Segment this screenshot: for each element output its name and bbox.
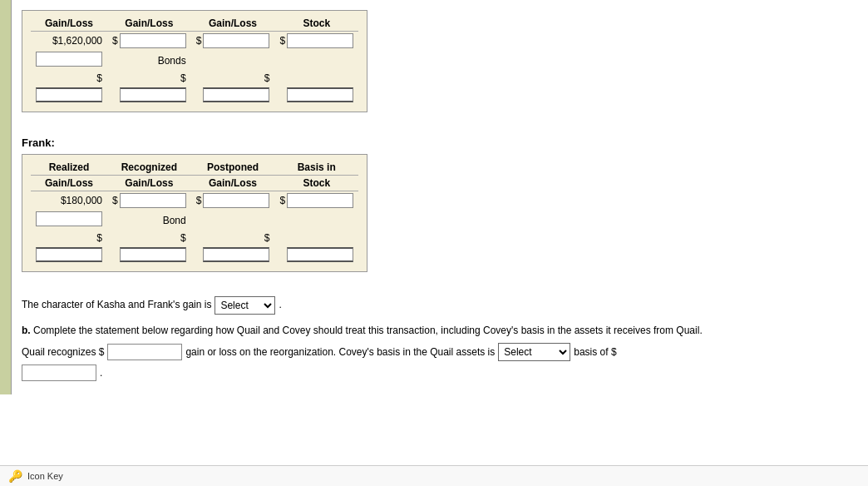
kasha-section: Gain/Loss Gain/Loss Gain/Loss Stock $1,6… [22, 10, 858, 128]
icon-key-label: Icon Key [27, 471, 63, 481]
question-a-section: The character of Kasha and Frank's gain … [22, 296, 858, 315]
frank-total-basis [274, 245, 358, 266]
question-b-intro: b. Complete the statement below regardin… [22, 323, 858, 338]
frank-section: Frank: Realized Recognized Postponed Bas… [22, 136, 858, 288]
kasha-total-basis [274, 86, 358, 107]
frank-row-2: Bond [31, 210, 358, 231]
frank-col-postponed-header: Postponed [191, 160, 275, 176]
kasha-postponed-cell: $ [191, 32, 275, 51]
frank-basis-sub-cell [274, 210, 358, 231]
kasha-basis-cell: $ [274, 32, 358, 51]
kasha-bonds-label-cell: Bonds [107, 50, 191, 71]
frank-col-recognized-sub: Gain/Loss [107, 176, 191, 191]
kasha-recognized-sub-cell [191, 50, 275, 71]
kasha-recognized-input[interactable] [120, 33, 186, 48]
frank-row-1: $180,000 $ $ [31, 191, 358, 211]
kasha-row-1: $1,620,000 $ $ [31, 32, 358, 51]
kasha-dollar-cell: $ [31, 71, 107, 86]
basis-text: basis of $ [574, 346, 616, 358]
question-b-text: Complete the statement below regarding h… [33, 325, 703, 336]
frank-total-recognized-input[interactable] [120, 247, 186, 262]
kasha-row-4 [31, 86, 358, 107]
left-bar [0, 0, 12, 394]
kasha-basis-input[interactable] [287, 33, 353, 48]
frank-col-recognized-header: Recognized [107, 160, 191, 176]
kasha-row-2: Bonds [31, 50, 358, 71]
kasha-total-postponed-input[interactable] [203, 87, 269, 102]
frank-total-postponed [191, 245, 275, 266]
frank-col-basis-header: Basis in [274, 160, 358, 176]
question-b-section: b. Complete the statement below regardin… [22, 323, 858, 381]
frank-total-basis-input[interactable] [287, 247, 353, 262]
frank-dollar-cell: $ [31, 231, 107, 245]
col-recognized-header: Gain/Loss [107, 16, 191, 32]
bottom-bar: 🔑 Icon Key [0, 465, 868, 486]
kasha-table: Gain/Loss Gain/Loss Gain/Loss Stock $1,6… [31, 16, 358, 107]
frank-basis-input[interactable] [287, 193, 353, 208]
frank-postponed-cell: $ [191, 191, 275, 211]
frank-row-3: $ $ $ [31, 231, 358, 245]
frank-recognized-sub-cell [191, 210, 275, 231]
kasha-total-recognized-input[interactable] [120, 87, 186, 102]
kasha-basis-dollar-cell [274, 71, 358, 86]
kasha-bonds-label: Bonds [158, 55, 186, 67]
frank-row-4 [31, 245, 358, 266]
frank-realized-value: $180,000 [31, 191, 107, 211]
frank-realized-sub-cell [31, 210, 107, 231]
frank-recog-dollar-cell: $ [107, 231, 191, 245]
frank-col-realized-header: Realized [31, 160, 107, 176]
kasha-table-container: Gain/Loss Gain/Loss Gain/Loss Stock $1,6… [22, 10, 367, 112]
frank-col-realized-sub: Gain/Loss [31, 176, 107, 191]
question-a-line: The character of Kasha and Frank's gain … [22, 296, 858, 315]
kasha-total-postponed [191, 86, 275, 107]
frank-basis-dollar-cell [274, 231, 358, 245]
frank-label: Frank: [22, 136, 858, 149]
kasha-basis-sub-cell [274, 50, 358, 71]
kasha-recognized-cell: $ [107, 32, 191, 51]
basis-amount-input[interactable] [22, 364, 96, 381]
kasha-total-basis-input[interactable] [287, 87, 353, 102]
kasha-total-realized-input[interactable] [36, 87, 102, 102]
frank-total-realized [31, 245, 107, 266]
frank-bond-label-cell: Bond [107, 210, 191, 231]
quail-amount-input[interactable] [107, 344, 182, 360]
kasha-post-dollar-cell: $ [191, 71, 275, 86]
kasha-row-3: $ $ $ [31, 71, 358, 86]
frank-recognized-cell: $ [107, 191, 191, 211]
question-b-line-1: Quail recognizes $ gain or loss on the r… [22, 343, 858, 361]
frank-postponed-input[interactable] [203, 193, 269, 208]
frank-total-postponed-input[interactable] [203, 247, 269, 262]
frank-recognized-input[interactable] [120, 193, 186, 208]
frank-total-realized-input[interactable] [36, 247, 102, 262]
gain-loss-text: gain or loss on the reorganization. Cove… [185, 346, 495, 358]
frank-table: Realized Recognized Postponed Basis in G… [31, 160, 358, 266]
kasha-total-recognized [107, 86, 191, 107]
frank-col-basis-sub: Stock [274, 176, 358, 191]
key-icon: 🔑 [8, 469, 22, 483]
frank-basis-cell: $ [274, 191, 358, 211]
question-a-select[interactable]: Select Ordinary Capital Mixed [215, 296, 275, 315]
frank-col-postponed-sub: Gain/Loss [191, 176, 275, 191]
kasha-realized-sub-input[interactable] [36, 52, 102, 67]
question-b-line-2: . [22, 364, 858, 381]
kasha-total-realized [31, 86, 107, 107]
frank-bond-label: Bond [163, 215, 186, 226]
frank-post-dollar-cell: $ [191, 231, 275, 245]
content-area: Gain/Loss Gain/Loss Gain/Loss Stock $1,6… [12, 7, 868, 394]
question-b-select[interactable]: Select Carryover FMV Substituted [498, 343, 570, 361]
kasha-realized-input-cell [31, 50, 107, 71]
col-realized-header: Gain/Loss [31, 16, 107, 32]
frank-total-recognized [107, 245, 191, 266]
question-b-bold: b. [22, 325, 31, 336]
kasha-realized-value: $1,620,000 [31, 32, 107, 51]
page-container: Gain/Loss Gain/Loss Gain/Loss Stock $1,6… [0, 0, 868, 394]
col-postponed-header: Gain/Loss [191, 16, 275, 32]
frank-realized-sub-input[interactable] [36, 211, 102, 226]
kasha-recog-dollar-cell: $ [107, 71, 191, 86]
question-a-text: The character of Kasha and Frank's gain … [22, 297, 211, 313]
frank-table-container: Realized Recognized Postponed Basis in G… [22, 154, 367, 272]
kasha-postponed-input[interactable] [203, 33, 269, 48]
quail-label: Quail recognizes $ [22, 346, 104, 358]
col-basis-header: Stock [274, 16, 358, 32]
